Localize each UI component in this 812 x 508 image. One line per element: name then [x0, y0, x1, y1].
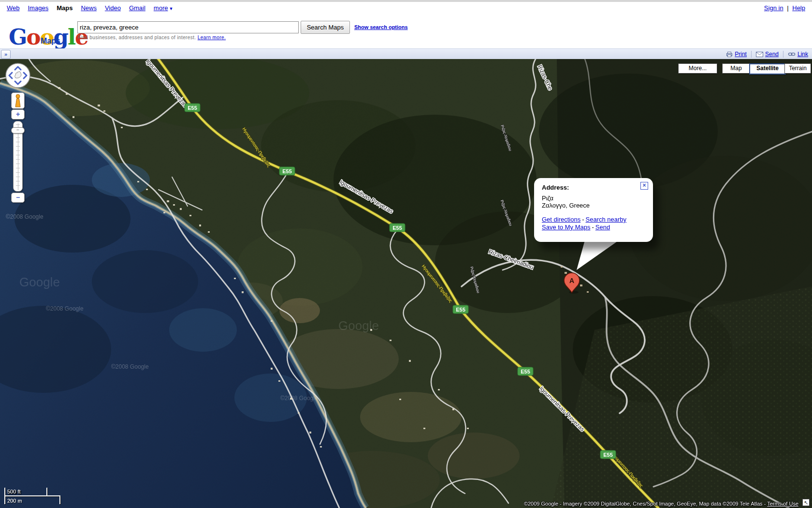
- dash: -: [592, 224, 594, 231]
- more-layers-button[interactable]: More...: [678, 63, 717, 74]
- svg-text:E55: E55: [603, 452, 613, 458]
- help-link[interactable]: Help: [792, 4, 805, 12]
- imagery-grain: [0, 59, 812, 508]
- terrain-view-button[interactable]: Terrain: [784, 63, 811, 74]
- search-nearby-link[interactable]: Search nearby: [586, 216, 627, 223]
- separator: |: [787, 4, 788, 12]
- send-link[interactable]: Send: [765, 51, 779, 58]
- dash: -: [582, 216, 584, 223]
- pegman-icon: [14, 93, 27, 109]
- nav-web[interactable]: Web: [7, 4, 20, 12]
- sign-in-link[interactable]: Sign in: [764, 4, 783, 12]
- svg-text:200 m: 200 m: [7, 498, 22, 504]
- svg-text:Google: Google: [19, 275, 60, 289]
- divider: [783, 51, 783, 58]
- google-maps-logo: Google™ Maps: [9, 15, 76, 46]
- top-nav: Web Images Maps News Video Gmail more▼ S…: [0, 2, 812, 15]
- nav-news[interactable]: News: [81, 4, 97, 12]
- google-maps-page: Web Images Maps News Video Gmail more▼ S…: [0, 0, 812, 508]
- envelope-icon: [756, 52, 763, 57]
- nav-images[interactable]: Images: [28, 4, 49, 12]
- show-search-options-link[interactable]: Show search options: [354, 24, 408, 30]
- logo-maps-label: Maps: [41, 37, 60, 45]
- nav-more[interactable]: more▼: [154, 4, 174, 12]
- save-to-my-maps-link[interactable]: Save to My Maps: [542, 224, 590, 231]
- svg-text:E55: E55: [392, 225, 402, 231]
- printer-icon: [726, 51, 733, 57]
- map-marker-a[interactable]: A: [562, 272, 581, 294]
- send-link-bubble[interactable]: Send: [595, 224, 610, 231]
- satellite-imagery: ©2008 Google ©2008 Google ©2008 Google ©…: [0, 59, 812, 508]
- nav-gmail[interactable]: Gmail: [129, 4, 145, 12]
- svg-text:©2008 Google: ©2008 Google: [280, 395, 318, 402]
- print-action[interactable]: Print: [726, 51, 747, 58]
- svg-text:E55: E55: [282, 168, 292, 174]
- link-link[interactable]: Link: [798, 51, 808, 58]
- svg-text:A: A: [569, 277, 574, 284]
- svg-text:©2008 Google: ©2008 Google: [46, 305, 84, 312]
- chain-link-icon: [788, 52, 796, 57]
- close-icon[interactable]: ×: [640, 182, 648, 190]
- learn-more-link[interactable]: Learn more.: [198, 35, 226, 40]
- zoom-in-button[interactable]: +: [11, 109, 25, 120]
- street-view-pegman[interactable]: [11, 92, 25, 109]
- dropdown-arrow-icon: ▼: [169, 6, 173, 11]
- nav-video[interactable]: Video: [105, 4, 121, 12]
- link-action[interactable]: Link: [788, 51, 808, 58]
- get-directions-link[interactable]: Get directions: [542, 216, 580, 223]
- map-toolbar: » Print Send Link: [0, 48, 812, 59]
- bubble-tail: [573, 240, 626, 274]
- nav-links: Web Images Maps News Video Gmail more▼: [7, 4, 173, 12]
- map-copyright: ©2009 Google - Imagery ©2009 DigitalGlob…: [524, 501, 798, 507]
- pan-control[interactable]: [5, 62, 32, 90]
- svg-text:E55: E55: [521, 369, 530, 374]
- zoom-out-button[interactable]: −: [11, 193, 25, 203]
- satellite-view-button[interactable]: Satellite: [749, 63, 786, 75]
- address-line-1: Ριζα: [542, 194, 646, 202]
- svg-text:©2008 Google: ©2008 Google: [6, 213, 44, 220]
- terms-of-use-link[interactable]: Terms of Use: [767, 501, 798, 507]
- search-maps-button[interactable]: Search Maps: [301, 21, 350, 34]
- svg-text:Google: Google: [338, 318, 379, 333]
- sidebar-collapse-button[interactable]: »: [1, 50, 11, 59]
- account-links: Sign in | Help: [764, 4, 805, 12]
- zoom-slider-handle[interactable]: −: [11, 127, 25, 134]
- bubble-title: Address:: [542, 184, 646, 191]
- nav-maps[interactable]: Maps: [57, 4, 72, 12]
- info-bubble: × Address: Ριζα Ζαλογγο, Greece Get dire…: [534, 178, 653, 242]
- map-view-button[interactable]: Map: [722, 63, 750, 74]
- svg-text:E55: E55: [188, 105, 197, 111]
- toolbar-actions: Print Send Link: [726, 49, 808, 60]
- search-hint: Find businesses, addresses and places of…: [78, 35, 226, 40]
- address-line-2: Ζαλογγο, Greece: [542, 202, 646, 209]
- print-link[interactable]: Print: [735, 51, 747, 58]
- svg-text:©2008 Google: ©2008 Google: [111, 363, 149, 370]
- header: Google™ Maps Search Maps Show search opt…: [0, 15, 812, 48]
- svg-text:E55: E55: [456, 307, 465, 313]
- scale-bar: 500 ft 200 m: [3, 486, 67, 506]
- svg-text:500 ft: 500 ft: [7, 489, 21, 494]
- search-input[interactable]: [77, 21, 299, 33]
- divider: [751, 51, 752, 58]
- map-canvas[interactable]: ©2008 Google ©2008 Google ©2008 Google ©…: [0, 59, 812, 508]
- attribution-expand-icon[interactable]: ↖: [802, 499, 810, 506]
- send-action[interactable]: Send: [756, 51, 779, 58]
